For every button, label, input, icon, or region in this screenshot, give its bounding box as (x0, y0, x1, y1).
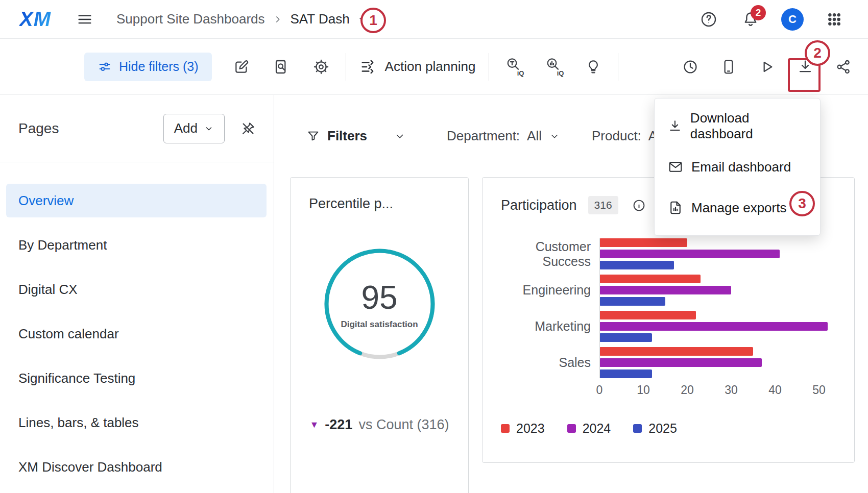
text-iq-label: iQ (517, 69, 524, 77)
email-icon (668, 159, 683, 175)
bar-2025 (599, 297, 665, 306)
x-tick: 30 (725, 383, 738, 397)
pin-slash-icon (240, 121, 256, 136)
pencil-icon (233, 59, 250, 75)
legend-label: 2025 (648, 421, 677, 436)
toolbar-divider (489, 53, 489, 81)
sidebar-item-lines-bars-tables[interactable]: Lines, bars, & tables (6, 406, 267, 439)
sidebar-item-by-department[interactable]: By Department (6, 228, 267, 262)
action-planning-icon (359, 58, 377, 76)
participation-card-title: Participation (501, 198, 577, 213)
breadcrumb-root[interactable]: Support Site Dashboards (116, 11, 265, 27)
export-menu: Download dashboard Email dashboard Manag… (654, 98, 821, 236)
sidebar-header: Pages Add (0, 95, 274, 162)
bar-2024 (599, 286, 731, 294)
menu-button[interactable] (74, 8, 96, 31)
bar-group: Customer Success (501, 238, 836, 269)
sidebar-item-overview[interactable]: Overview (6, 184, 267, 217)
bar-cluster (599, 347, 819, 378)
chevron-right-icon (272, 14, 283, 25)
bar-2023 (599, 311, 696, 319)
manage-exports-icon (668, 200, 683, 215)
count-badge: 316 (588, 196, 618, 214)
hide-filters-label: Hide filters (3) (119, 59, 199, 74)
preview-button[interactable] (270, 56, 293, 78)
stats-iq-label: iQ (557, 69, 564, 77)
bar-group: Sales (501, 347, 836, 378)
avatar[interactable]: C (781, 8, 804, 31)
app-grid-button[interactable] (823, 8, 846, 31)
department-filter-label: Department: (447, 128, 520, 144)
breadcrumb-current[interactable]: SAT Dash (291, 11, 350, 27)
chevron-down-icon[interactable] (549, 131, 560, 142)
delta-comparison: vs Count (316) (358, 417, 449, 433)
stats-iq-button[interactable]: iQ (542, 56, 565, 78)
export-menu-item-label: Manage exports (691, 200, 786, 216)
unpin-sidebar-button[interactable] (237, 117, 259, 140)
pages-title: Pages (18, 120, 59, 137)
percentile-card: Percentile p... 95 Digital satisfaction … (290, 177, 469, 493)
funnel-icon[interactable] (306, 129, 320, 143)
bar-2023 (599, 238, 687, 247)
ideas-button[interactable] (582, 56, 605, 78)
bar-group: Engineering (501, 275, 836, 306)
chevron-down-icon[interactable] (394, 130, 406, 142)
notifications-button[interactable]: 2 (739, 8, 762, 31)
legend-label: 2023 (516, 421, 545, 436)
export-menu-item-email[interactable]: Email dashboard (655, 146, 820, 187)
info-button[interactable] (631, 196, 648, 214)
plot-rows: Customer SuccessEngineeringMarketingSale… (501, 238, 836, 378)
bar-cluster (599, 238, 819, 269)
category-label: Engineering (501, 283, 599, 298)
legend-item-2025[interactable]: 2025 (633, 421, 677, 436)
annotation-step-1: 1 (360, 8, 386, 33)
product-filter-label: Product: (592, 128, 641, 144)
x-tick: 20 (681, 383, 694, 397)
x-axis-ticks: 01020304050 (599, 383, 819, 398)
edit-button[interactable] (230, 56, 253, 78)
legend-swatch (633, 424, 642, 433)
page-list: Overview By Department Digital CX Custom… (0, 162, 274, 484)
settings-button[interactable] (310, 56, 332, 78)
topbar-actions: 2 C (697, 8, 846, 31)
download-icon (668, 118, 682, 134)
page-preview-icon (273, 59, 290, 75)
pages-sidebar: Pages Add Overview By Department Digital… (0, 95, 274, 493)
bar-2024 (599, 250, 780, 258)
history-button[interactable] (679, 56, 702, 78)
top-bar: XM Support Site Dashboards SAT Dash 2 C (0, 0, 868, 39)
bar-group: Marketing (501, 311, 836, 342)
share-button[interactable] (832, 56, 855, 78)
text-iq-icon: iQ (505, 57, 522, 77)
sidebar-item-digital-cx[interactable]: Digital CX (6, 273, 267, 306)
export-menu-item-label: Download dashboard (690, 110, 807, 142)
action-planning-button[interactable]: Action planning (359, 58, 476, 76)
annotation-step-2: 2 (805, 40, 830, 66)
mobile-preview-button[interactable] (717, 56, 740, 78)
export-menu-item-download[interactable]: Download dashboard (655, 106, 820, 146)
sidebar-item-custom-calendar[interactable]: Custom calendar (6, 317, 267, 351)
legend-item-2024[interactable]: 2024 (567, 421, 611, 436)
percentile-card-title: Percentile p... (309, 196, 450, 212)
x-tick: 50 (812, 383, 826, 397)
hide-filters-button[interactable]: Hide filters (3) (84, 53, 212, 81)
legend-item-2023[interactable]: 2023 (501, 421, 545, 436)
add-page-button[interactable]: Add (163, 114, 225, 143)
x-tick: 40 (768, 383, 782, 397)
chevron-down-icon (204, 124, 214, 134)
sidebar-item-significance-testing[interactable]: Significance Testing (6, 361, 267, 395)
sidebar-item-xm-discover[interactable]: XM Discover Dashboard (6, 450, 267, 484)
play-icon (759, 59, 775, 75)
text-iq-button[interactable]: iQ (502, 56, 525, 78)
department-filter-value[interactable]: All (527, 128, 542, 144)
hamburger-icon (76, 11, 93, 28)
gauge: 95 Digital satisfaction (320, 244, 439, 363)
annotation-step-3: 3 (789, 191, 815, 216)
dashboard-toolbar: Hide filters (3) Action planning iQ iQ (0, 39, 868, 94)
present-button[interactable] (756, 56, 778, 78)
help-button[interactable] (697, 8, 720, 31)
toolbar-divider (618, 53, 618, 81)
bar-2025 (599, 369, 652, 378)
delta-value: -221 (325, 417, 352, 433)
filters-label[interactable]: Filters (327, 128, 367, 144)
